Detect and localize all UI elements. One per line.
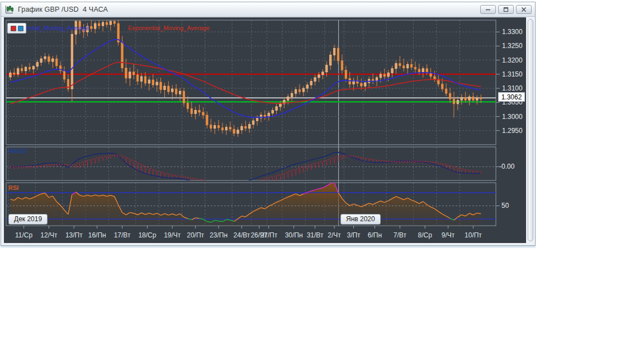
current-price-badge: 1.3062 <box>498 92 525 102</box>
macd-current-value: -0.00 <box>499 163 514 170</box>
month-tab-dec-2019: Дек 2019 <box>8 214 48 225</box>
svg-text:1.3200: 1.3200 <box>502 56 523 64</box>
svg-text:1.3250: 1.3250 <box>502 42 523 50</box>
svg-text:6/Пн: 6/Пн <box>368 231 382 239</box>
svg-text:20/Пт: 20/Пт <box>187 231 204 239</box>
window-controls <box>478 5 532 14</box>
minimize-icon <box>485 7 491 12</box>
ema-slow-legend-label: Exponential_Moving_Average <box>128 25 210 31</box>
vertical-scrollbar[interactable] <box>528 19 533 241</box>
svg-text:23/Пн: 23/Пн <box>210 231 228 239</box>
svg-text:10/Пт: 10/Пт <box>465 231 482 239</box>
svg-text:30/Пн: 30/Пн <box>285 231 303 239</box>
svg-text:18/Ср: 18/Ср <box>138 231 156 239</box>
svg-text:1.3150: 1.3150 <box>502 70 523 78</box>
window-body: 1.29501.30001.30501.31001.31501.32001.32… <box>1 17 535 245</box>
svg-text:9/Чт: 9/Чт <box>442 231 455 239</box>
window-title: График GBP /USD 4 ЧАСА <box>18 6 108 13</box>
macd-panel-label: MACD <box>8 147 27 154</box>
close-button[interactable] <box>516 5 532 14</box>
svg-text:2/Чт: 2/Чт <box>328 231 341 239</box>
window-right-frame <box>526 17 535 245</box>
red-indicator-swatch[interactable] <box>11 26 16 31</box>
chart-client-area: 1.29501.30001.30501.31001.31501.32001.32… <box>4 17 526 243</box>
price-chart-canvas[interactable]: 1.29501.30001.30501.31001.31501.32001.32… <box>4 17 526 243</box>
candlestick-chart-icon <box>4 5 14 14</box>
svg-text:27/Пт: 27/Пт <box>260 231 277 239</box>
blue-indicator-swatch[interactable] <box>18 26 23 31</box>
svg-text:8/Ср: 8/Ср <box>418 231 433 239</box>
restore-icon <box>503 7 509 12</box>
svg-text:1.3300: 1.3300 <box>502 28 523 36</box>
minimize-button[interactable] <box>480 5 496 14</box>
rsi-panel-label: RSI <box>8 184 18 191</box>
svg-text:31/Вт: 31/Вт <box>307 231 324 239</box>
title-bar[interactable]: График GBP /USD 4 ЧАСА <box>1 2 535 17</box>
month-tab-jan-2020: Янв 2020 <box>340 214 381 225</box>
svg-text:1.2950: 1.2950 <box>502 127 523 135</box>
svg-text:17/Вт: 17/Вт <box>114 231 131 239</box>
svg-text:1.3100: 1.3100 <box>502 84 523 92</box>
svg-text:1.3000: 1.3000 <box>502 113 523 121</box>
svg-text:11/Ср: 11/Ср <box>15 231 32 239</box>
svg-text:7/Вт: 7/Вт <box>394 231 407 239</box>
svg-text:3/Пт: 3/Пт <box>347 231 361 239</box>
svg-text:13/Пт: 13/Пт <box>65 231 83 239</box>
svg-text:16/Пн: 16/Пн <box>88 231 106 239</box>
indicator-legend-chip[interactable] <box>7 23 26 34</box>
maximize-button[interactable] <box>498 5 514 14</box>
close-icon <box>520 7 527 12</box>
svg-text:24/Вт: 24/Вт <box>234 231 250 239</box>
svg-text:12/Чт: 12/Чт <box>40 231 58 239</box>
chart-window: График GBP /USD 4 ЧАСА <box>1 2 536 246</box>
rsi-level-label: 50 <box>501 202 509 209</box>
svg-text:19/Чт: 19/Чт <box>164 231 181 239</box>
